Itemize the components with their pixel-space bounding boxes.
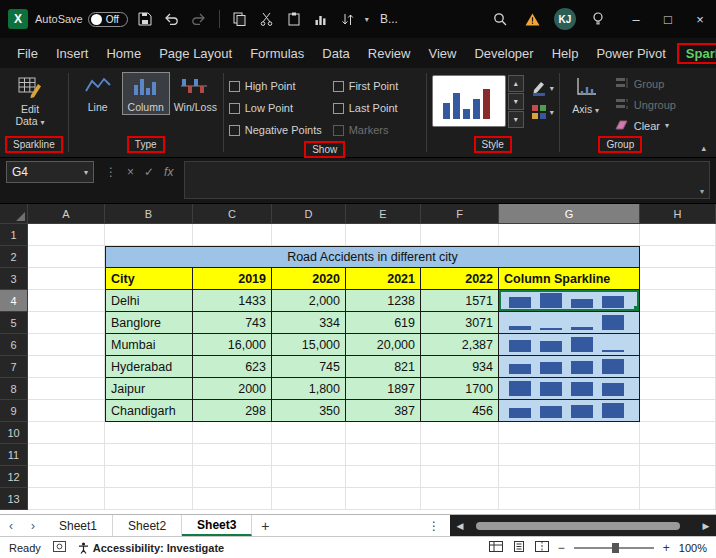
cell-G5[interactable]: [499, 312, 640, 334]
cell-G13[interactable]: [499, 488, 640, 510]
ungroup-button[interactable]: Ungroup: [615, 96, 676, 113]
cell-D11[interactable]: [272, 444, 346, 466]
scroll-right-icon[interactable]: ▶: [696, 521, 716, 531]
chart-icon[interactable]: [311, 6, 331, 32]
menu-tab-page-layout[interactable]: Page Layout: [150, 43, 241, 64]
cell-F7[interactable]: 934: [421, 356, 499, 378]
cell-B11[interactable]: [105, 444, 193, 466]
cell-C13[interactable]: [193, 488, 272, 510]
qat-customize-icon[interactable]: ▾: [365, 15, 369, 24]
cell-D8[interactable]: 1,800: [272, 378, 346, 400]
menu-tab-review[interactable]: Review: [359, 43, 420, 64]
cell-F3[interactable]: 2022: [421, 268, 499, 290]
cell-A10[interactable]: [28, 422, 105, 444]
cell-C7[interactable]: 623: [193, 356, 272, 378]
cell-G9[interactable]: [499, 400, 640, 422]
cell-G12[interactable]: [499, 466, 640, 488]
cell-E8[interactable]: 1897: [346, 378, 421, 400]
cell-B4[interactable]: Delhi: [105, 290, 193, 312]
sheet-nav-prev-icon[interactable]: ‹: [0, 519, 22, 533]
cell-E10[interactable]: [346, 422, 421, 444]
cell-G7[interactable]: [499, 356, 640, 378]
save-icon[interactable]: [135, 6, 155, 32]
row-header-11[interactable]: 11: [0, 444, 28, 466]
sheet-nav-next-icon[interactable]: ›: [22, 519, 44, 533]
sheet-tab-sheet1[interactable]: Sheet1: [44, 515, 113, 536]
cell-F5[interactable]: 3071: [421, 312, 499, 334]
close-button[interactable]: ×: [684, 0, 716, 38]
column-header-D[interactable]: D: [272, 204, 346, 224]
row-header-9[interactable]: 9: [0, 400, 28, 422]
cell-B12[interactable]: [105, 466, 193, 488]
cell-C3[interactable]: 2019: [193, 268, 272, 290]
macro-record-icon[interactable]: [53, 541, 66, 554]
axis-button[interactable]: Axis ▾: [565, 72, 607, 119]
cell-F1[interactable]: [421, 224, 499, 246]
search-icon[interactable]: [490, 6, 510, 32]
cell-E1[interactable]: [346, 224, 421, 246]
row-header-12[interactable]: 12: [0, 466, 28, 488]
sort-icon[interactable]: [338, 6, 358, 32]
cell-A5[interactable]: [28, 312, 105, 334]
cell-C10[interactable]: [193, 422, 272, 444]
column-header-F[interactable]: F: [421, 204, 499, 224]
menu-tab-data[interactable]: Data: [313, 43, 358, 64]
name-box[interactable]: G4 ▾: [6, 161, 94, 183]
cell-F6[interactable]: 2,387: [421, 334, 499, 356]
menu-tab-home[interactable]: Home: [97, 43, 150, 64]
cell-G3[interactable]: Column Sparkline: [499, 268, 640, 290]
autosave-switch[interactable]: Off: [88, 12, 128, 27]
excel-logo-icon[interactable]: X: [8, 9, 28, 29]
type-button-line[interactable]: Line: [74, 72, 122, 115]
cell-D13[interactable]: [272, 488, 346, 510]
cell-G1[interactable]: [499, 224, 640, 246]
sheet-tab-sheet2[interactable]: Sheet2: [113, 515, 182, 536]
cell-H7[interactable]: [640, 356, 716, 378]
cell-A8[interactable]: [28, 378, 105, 400]
sparkline-color-button[interactable]: ▾: [531, 80, 554, 96]
cell-F8[interactable]: 1700: [421, 378, 499, 400]
edit-data-button[interactable]: Edit Data ▾: [5, 72, 55, 131]
accessibility-status[interactable]: Accessibility: Investigate: [78, 542, 224, 554]
cell-E12[interactable]: [346, 466, 421, 488]
cell-H3[interactable]: [640, 268, 716, 290]
cell-H5[interactable]: [640, 312, 716, 334]
cancel-icon[interactable]: ×: [127, 165, 134, 179]
cell-H13[interactable]: [640, 488, 716, 510]
cell-D6[interactable]: 15,000: [272, 334, 346, 356]
cell-C5[interactable]: 743: [193, 312, 272, 334]
row-header-13[interactable]: 13: [0, 488, 28, 510]
scrollbar-thumb[interactable]: [476, 522, 680, 530]
cell-G10[interactable]: [499, 422, 640, 444]
sheet-tab-sheet3[interactable]: Sheet3: [182, 515, 252, 536]
menu-tab-sparkline[interactable]: Sparkline: [677, 43, 716, 64]
menu-tab-help[interactable]: Help: [543, 43, 588, 64]
cell-A7[interactable]: [28, 356, 105, 378]
cell-A11[interactable]: [28, 444, 105, 466]
cell-D4[interactable]: 2,000: [272, 290, 346, 312]
cell-B8[interactable]: Jaipur: [105, 378, 193, 400]
row-header-3[interactable]: 3: [0, 268, 28, 290]
cell-A2[interactable]: [28, 246, 105, 268]
cell-E13[interactable]: [346, 488, 421, 510]
checkbox-negative-points[interactable]: Negative Points: [229, 119, 333, 141]
cell-B9[interactable]: Chandigarh: [105, 400, 193, 422]
cell-E7[interactable]: 821: [346, 356, 421, 378]
cell-H11[interactable]: [640, 444, 716, 466]
cell-G8[interactable]: [499, 378, 640, 400]
zoom-in-icon[interactable]: +: [663, 541, 670, 555]
cut-icon[interactable]: [257, 6, 277, 32]
row-header-10[interactable]: 10: [0, 422, 28, 444]
cell-B1[interactable]: [105, 224, 193, 246]
column-header-E[interactable]: E: [346, 204, 421, 224]
paste-icon[interactable]: [284, 6, 304, 32]
gallery-up-button[interactable]: ▴: [508, 75, 524, 92]
cell-C11[interactable]: [193, 444, 272, 466]
add-sheet-button[interactable]: +: [252, 518, 278, 534]
warning-icon[interactable]: [522, 6, 542, 32]
cell-C1[interactable]: [193, 224, 272, 246]
cell-A1[interactable]: [28, 224, 105, 246]
cell-G11[interactable]: [499, 444, 640, 466]
autosave-toggle[interactable]: AutoSave Off: [35, 12, 128, 27]
cell-H2[interactable]: [640, 246, 716, 268]
